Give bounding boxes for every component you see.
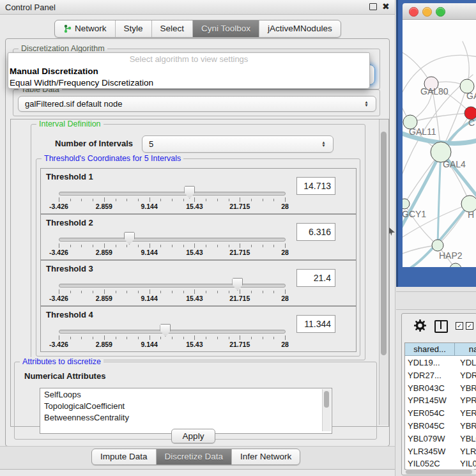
network-node-label: GAL11 xyxy=(409,127,436,137)
network-canvas[interactable]: GAL80GALCGAL11GAL4GCY1HHAP2 xyxy=(403,20,476,267)
cell-name[interactable]: YLR3 xyxy=(457,445,476,458)
slider-track[interactable] xyxy=(59,238,286,242)
float-window-icon[interactable] xyxy=(369,3,377,10)
attribute-list-item[interactable]: BetweennessCentrality xyxy=(40,411,332,423)
slider-thumb[interactable] xyxy=(124,232,135,245)
network-node-label: GCY1 xyxy=(403,209,426,219)
tab-infer-network[interactable]: Infer Network xyxy=(232,449,300,464)
cell-name[interactable]: YBL0 xyxy=(457,433,476,445)
threshold-value-field[interactable]: 11.344 xyxy=(296,315,335,333)
cell-name[interactable]: YBR0 xyxy=(457,420,476,433)
network-node-label: HAP2 xyxy=(439,250,463,261)
numerical-attributes-label: Numerical Attributes xyxy=(24,371,105,381)
node-attribute-table[interactable]: shared... name YDL19...YDL1YDR27...YDR2Y… xyxy=(404,342,476,470)
slider-thumb[interactable] xyxy=(160,324,171,337)
column-header-shared-name[interactable]: shared... xyxy=(405,343,455,356)
slider-track[interactable] xyxy=(59,192,286,196)
network-node[interactable] xyxy=(403,199,410,209)
tab-network[interactable]: Network xyxy=(55,20,116,37)
cell-shared-name[interactable]: YIL052C xyxy=(405,457,457,470)
cell-shared-name[interactable]: YBR045C xyxy=(405,420,457,433)
cell-shared-name[interactable]: YLR345W xyxy=(405,445,457,458)
cell-shared-name[interactable]: YER054C xyxy=(405,407,457,420)
threshold-value-field[interactable]: 14.713 xyxy=(296,177,335,195)
table-row[interactable]: YBL079WYBL0 xyxy=(405,433,476,445)
cell-shared-name[interactable]: YPR145W xyxy=(405,394,457,407)
checkbox-icon[interactable]: ✓ xyxy=(456,322,463,330)
table-data-combobox[interactable]: galFiltered.sif default node ▲▼ xyxy=(18,96,376,112)
table-row[interactable]: YIL052CYIL0 xyxy=(405,457,476,470)
slider-tick-labels: -3.4262.8599.14415.4321.71528 xyxy=(59,295,285,302)
close-traffic-light-icon[interactable] xyxy=(409,7,418,17)
cell-name[interactable]: YDL1 xyxy=(457,357,476,369)
close-icon[interactable]: ✖ xyxy=(382,1,390,12)
tab-select[interactable]: Select xyxy=(152,20,194,37)
cell-name[interactable]: YPR1 xyxy=(457,394,476,407)
tab-cyni-toolbox[interactable]: Cyni Toolbox xyxy=(193,20,259,37)
table-row[interactable]: YER054CYER0 xyxy=(405,407,476,420)
network-edge[interactable] xyxy=(438,152,441,245)
apply-button[interactable]: Apply xyxy=(171,429,215,443)
table-row[interactable]: YBR045CYBR0 xyxy=(405,420,476,433)
zoom-traffic-light-icon[interactable] xyxy=(436,7,445,17)
slider-track[interactable] xyxy=(59,284,286,288)
table-row[interactable]: YDR27...YDR2 xyxy=(405,369,476,382)
slider-thumb[interactable] xyxy=(232,278,243,291)
attributes-group-title: Attributes to discretize xyxy=(20,357,104,366)
cell-shared-name[interactable]: YDR27... xyxy=(405,369,457,382)
slider-track[interactable] xyxy=(59,330,286,334)
tab-label: jActiveMNodules xyxy=(268,24,332,33)
tab-label: Discretize Data xyxy=(165,452,224,461)
dropdown-item-manual-discretization[interactable]: Manual Discretization xyxy=(8,66,369,77)
scrollbar-thumb[interactable] xyxy=(324,391,329,408)
algorithm-group-title: Discretization Algorithm xyxy=(19,44,107,53)
tab-label: Cyni Toolbox xyxy=(201,24,250,33)
attribute-list-item[interactable]: TopologicalCoefficient xyxy=(40,400,332,411)
cell-shared-name[interactable]: YDL19... xyxy=(405,357,457,369)
cell-name[interactable]: YBR0 xyxy=(457,382,476,395)
tab-style[interactable]: Style xyxy=(116,20,152,37)
threshold-panel: Threshold 4-3.4262.8599.14415.4321.71528… xyxy=(40,306,357,352)
number-of-intervals-combobox[interactable]: 5 ▲▼ xyxy=(142,135,334,153)
list-scrollbar[interactable] xyxy=(322,389,331,431)
cell-shared-name[interactable]: YBL079W xyxy=(405,433,457,445)
tab-label: Style xyxy=(124,24,143,33)
threshold-label: Threshold 4 xyxy=(46,310,93,319)
table-row[interactable]: YDL19...YDL1 xyxy=(405,357,476,369)
network-edge[interactable] xyxy=(403,152,441,232)
scrollbar-thumb[interactable] xyxy=(381,132,387,355)
table-horizontal-scrollbar[interactable] xyxy=(405,469,475,475)
numerical-attributes-list[interactable]: SelfLoopsTopologicalCoefficientBetweenne… xyxy=(40,388,332,434)
tab-jactivemnodules[interactable]: jActiveMNodules xyxy=(259,20,341,37)
scrollbar-thumb[interactable] xyxy=(406,470,472,474)
network-window-titlebar xyxy=(403,3,476,20)
tab-discretize-data[interactable]: Discretize Data xyxy=(157,449,233,464)
interval-group-title: Interval Definition xyxy=(36,119,104,128)
column-header-name[interactable]: name xyxy=(455,343,476,356)
vertical-scrollbar[interactable] xyxy=(379,119,388,425)
threshold-value-field[interactable]: 21.4 xyxy=(296,269,335,287)
cell-shared-name[interactable]: YBR043C xyxy=(405,382,457,395)
checkbox-icon[interactable]: ✓ xyxy=(466,322,473,330)
cell-name[interactable]: YDR2 xyxy=(457,369,476,382)
column-view-icon[interactable] xyxy=(434,320,448,333)
table-row[interactable]: YLR345WYLR3 xyxy=(405,445,476,458)
cell-name[interactable]: YIL0 xyxy=(457,457,476,470)
threshold-value-field[interactable]: 6.316 xyxy=(296,223,335,241)
gear-icon[interactable] xyxy=(414,319,426,332)
slider-thumb[interactable] xyxy=(184,186,195,199)
network-icon xyxy=(63,24,72,33)
tab-impute-data[interactable]: Impute Data xyxy=(92,449,157,464)
threshold-label: Threshold 1 xyxy=(46,172,93,181)
attribute-list-item[interactable]: SelfLoops xyxy=(40,388,332,400)
minimize-traffic-light-icon[interactable] xyxy=(422,7,432,17)
table-header-row: shared... name xyxy=(405,343,476,356)
control-panel-window: Control Panel ✖ Network Style Select Cyn… xyxy=(0,0,395,476)
table-row[interactable]: YPR145WYPR1 xyxy=(405,394,476,407)
network-node[interactable] xyxy=(432,240,443,251)
tab-label: Select xyxy=(160,24,185,33)
network-node-label: GAL xyxy=(466,91,476,101)
cell-name[interactable]: YER0 xyxy=(457,407,476,420)
table-row[interactable]: YBR043CYBR0 xyxy=(405,382,476,395)
dropdown-item-equal-width-frequency[interactable]: Equal Width/Frequency Discretization xyxy=(8,77,369,89)
